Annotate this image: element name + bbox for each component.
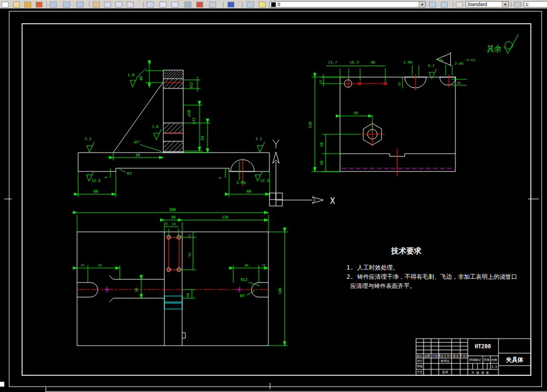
tech-req-line: 2. 铸件应清理干净，不得有毛刺、飞边，非加工表明上的浇冒口 bbox=[347, 273, 517, 280]
text-style-dropdown[interactable]: Standard ▼ bbox=[466, 1, 509, 8]
roughness-label: 12.5 bbox=[260, 178, 269, 183]
holes-tolerance: +0.012 bbox=[466, 58, 475, 61]
roughness-label: 1.6 bbox=[128, 73, 135, 77]
general-note-text: 其余 bbox=[487, 44, 502, 53]
holes-label: 2-ø5 bbox=[455, 61, 464, 66]
dim-label: 15 bbox=[261, 263, 266, 267]
dim-label: 135 bbox=[222, 215, 229, 219]
make-layer-current-icon[interactable] bbox=[429, 2, 436, 8]
pan-icon[interactable] bbox=[93, 2, 100, 8]
dim-label: 180 bbox=[278, 288, 282, 295]
hole-markers bbox=[166, 235, 182, 272]
dim-label: 30 bbox=[320, 161, 324, 165]
chevron-down-icon[interactable]: ▼ bbox=[419, 2, 425, 7]
dim-label: 40 bbox=[139, 76, 143, 80]
application-window: 0 ▼ Standard ▼ 1: bbox=[0, 0, 547, 392]
dim-label: 15 bbox=[188, 234, 191, 238]
redo-icon[interactable] bbox=[63, 2, 70, 8]
text-style-icon[interactable] bbox=[456, 2, 463, 8]
flag-dim-label: 10 bbox=[439, 58, 443, 62]
roughness-label: 1.6 bbox=[152, 125, 159, 129]
spell-icon[interactable] bbox=[147, 2, 154, 8]
chevron-down-icon[interactable]: ▼ bbox=[502, 2, 508, 7]
zoom-realtime-icon[interactable] bbox=[104, 2, 111, 8]
dim-label: 40 bbox=[371, 60, 375, 65]
tb-stage-label: 阶段标记 bbox=[469, 358, 482, 362]
dim-label: 150 bbox=[308, 122, 313, 129]
dim-style-dropdown[interactable]: 1: bbox=[524, 1, 547, 8]
dim-label: 8 bbox=[165, 222, 168, 225]
tb-header-cell: 年月日 bbox=[460, 354, 469, 358]
ucs-x-label: X bbox=[330, 196, 335, 206]
side-view: 13.7 18.3 40 10 2-M5 4.2 10 2-ø5 +0.012 bbox=[308, 52, 475, 176]
front-view: 1.6 40 ø12 1.6 ø18 ø12 60 bbox=[78, 65, 269, 197]
radius-label: R3 bbox=[127, 171, 131, 176]
tech-req-line: 应清理与铸件表面齐平。 bbox=[350, 283, 416, 290]
plan-view: 300 30 135 8 14 15 50 15 bbox=[77, 208, 288, 346]
dim-label: 80 bbox=[136, 153, 140, 157]
tb-process-label: 工艺 bbox=[417, 370, 424, 374]
thread-label: 2-M5 bbox=[237, 181, 246, 185]
dim-label: 60 bbox=[200, 136, 205, 140]
paper-frame bbox=[0, 11, 547, 392]
zoom-previous-icon[interactable] bbox=[127, 2, 134, 8]
general-roughness-note: 其余 bbox=[487, 34, 518, 53]
section-flag: 10 bbox=[437, 52, 451, 66]
render-icon[interactable] bbox=[184, 2, 191, 8]
layer-dropdown[interactable]: 0 ▼ bbox=[269, 1, 426, 8]
dim-label: 50 bbox=[320, 142, 324, 147]
dim-label: 13.7 bbox=[328, 60, 337, 65]
thread-label: M8 bbox=[186, 293, 190, 297]
zoom-window-icon[interactable] bbox=[115, 2, 122, 8]
layer-states-icon[interactable] bbox=[259, 2, 266, 8]
tech-req-line: 1. 人工时效处理。 bbox=[347, 264, 399, 271]
dim-label: 4 bbox=[104, 176, 108, 178]
radius-label: R12 bbox=[241, 278, 248, 282]
angle-label: 45° bbox=[134, 140, 141, 145]
drawing-canvas[interactable]: 1.6 40 ø12 1.6 ø18 ø12 60 bbox=[0, 0, 547, 392]
undo-icon[interactable] bbox=[50, 2, 57, 8]
save-icon[interactable] bbox=[24, 2, 31, 8]
dim-label: 50 bbox=[98, 263, 102, 267]
current-text-style-label: Standard bbox=[467, 2, 487, 7]
roughness-label: 12.5 bbox=[92, 178, 101, 183]
dim-label: 10 bbox=[318, 80, 322, 84]
dim-label: 15 bbox=[80, 263, 85, 267]
ucs-y-glyph bbox=[273, 140, 279, 148]
dim-label: 60 bbox=[247, 189, 251, 194]
plot-style-icon[interactable] bbox=[196, 2, 203, 8]
tb-header-cell: 处数 bbox=[425, 354, 431, 358]
dim-label: 14 bbox=[171, 222, 176, 225]
ucs-icon: X bbox=[269, 140, 335, 206]
roughness-label: 4.2 bbox=[428, 64, 435, 68]
layer-color-swatch bbox=[271, 2, 276, 7]
roughness-label: 3.2 bbox=[85, 137, 92, 141]
dim-label: ø18 bbox=[187, 110, 191, 117]
side-view-dimensions: 13.7 18.3 40 10 2-M5 4.2 10 2-ø5 +0.012 bbox=[308, 58, 475, 171]
layer-previous-icon[interactable] bbox=[441, 2, 448, 8]
layers-dialog-icon[interactable] bbox=[247, 2, 254, 8]
dim-label: 60 bbox=[94, 189, 98, 194]
object-properties-icon[interactable] bbox=[171, 2, 178, 8]
dim-label: 300 bbox=[169, 208, 176, 212]
tb-check-label: 审核 bbox=[417, 365, 424, 368]
roughness-label: 3.2 bbox=[255, 137, 262, 141]
new-file-icon[interactable] bbox=[2, 2, 9, 8]
tb-header-cell: 更改文件号 bbox=[438, 354, 453, 357]
dim-label: 18.3 bbox=[350, 60, 359, 65]
redo2-icon[interactable] bbox=[77, 2, 84, 8]
dim-label: ø12 bbox=[189, 82, 193, 89]
grid-table-icon[interactable] bbox=[209, 2, 216, 8]
help-icon[interactable] bbox=[227, 2, 234, 8]
layer-properties-icon[interactable] bbox=[160, 2, 167, 8]
dim-label: 50 bbox=[188, 252, 191, 257]
tb-part-name: 夹具体 bbox=[506, 356, 524, 363]
dim-style-icon[interactable] bbox=[514, 2, 521, 8]
tb-header-cell: 签名 bbox=[453, 354, 459, 358]
tb-mass-label: 质量 bbox=[484, 358, 490, 361]
tech-requirements: 技术要求 1. 人工时效处理。 2. 铸件应清理干净，不得有毛刺、飞边，非加工表… bbox=[347, 246, 517, 290]
open-file-icon[interactable] bbox=[13, 2, 20, 8]
tb-material: HT200 bbox=[475, 343, 491, 349]
tb-scale-label: 比例 bbox=[491, 358, 497, 362]
print-icon[interactable] bbox=[36, 2, 43, 8]
